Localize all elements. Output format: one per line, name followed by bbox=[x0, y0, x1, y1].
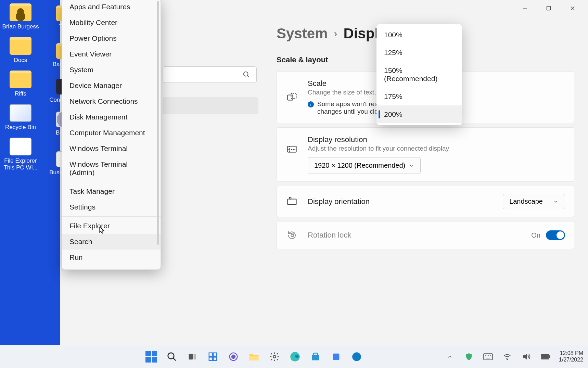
info-icon: i bbox=[308, 101, 314, 107]
winx-shutdown-signout[interactable]: Shut down or sign out › bbox=[62, 268, 161, 270]
svg-rect-21 bbox=[213, 357, 217, 360]
scale-option-125[interactable]: 125% bbox=[376, 44, 462, 62]
app1-button[interactable] bbox=[328, 348, 345, 365]
winx-search[interactable]: Search bbox=[62, 234, 161, 250]
svg-rect-7 bbox=[291, 93, 296, 99]
system-tray: 12:08 PM 1/27/2022 bbox=[441, 348, 585, 365]
svg-rect-19 bbox=[213, 353, 217, 356]
taskbar-center bbox=[143, 348, 365, 365]
rotation-toggle bbox=[546, 230, 565, 240]
tray-overflow-button[interactable] bbox=[441, 348, 458, 365]
resolution-select[interactable]: 1920 × 1200 (Recommended) bbox=[308, 157, 421, 174]
svg-rect-41 bbox=[542, 355, 548, 358]
search-icon bbox=[243, 71, 250, 78]
volume-icon[interactable] bbox=[518, 348, 535, 365]
winx-separator bbox=[62, 182, 161, 182]
resolution-value: 1920 × 1200 (Recommended) bbox=[314, 162, 405, 169]
desktop-icon-docs[interactable]: Docs bbox=[0, 37, 41, 64]
edge-button[interactable] bbox=[286, 348, 304, 365]
minimize-button[interactable] bbox=[513, 1, 537, 15]
rotation-lock-card: Rotation lock On bbox=[277, 221, 574, 249]
svg-point-30 bbox=[352, 352, 361, 361]
store-button[interactable] bbox=[307, 348, 324, 365]
taskbar-search-button[interactable] bbox=[163, 348, 180, 365]
winx-mobility-center[interactable]: Mobility Center bbox=[62, 15, 161, 30]
app2-button[interactable] bbox=[348, 348, 365, 365]
resolution-title: Display resolution bbox=[308, 135, 565, 144]
maximize-button[interactable] bbox=[537, 1, 561, 15]
svg-rect-20 bbox=[209, 357, 213, 360]
svg-line-5 bbox=[247, 76, 249, 77]
scale-option-175[interactable]: 175% bbox=[376, 88, 462, 105]
winx-windows-terminal[interactable]: Windows Terminal bbox=[62, 141, 161, 156]
chat-button[interactable] bbox=[225, 348, 242, 365]
rotation-lock-icon bbox=[286, 229, 298, 241]
keyboard-icon[interactable] bbox=[480, 348, 497, 365]
titlebar-controls bbox=[513, 1, 585, 15]
orientation-select[interactable]: Landscape bbox=[503, 194, 565, 209]
widgets-button[interactable] bbox=[204, 348, 221, 365]
svg-rect-17 bbox=[194, 354, 196, 359]
winx-separator bbox=[62, 267, 161, 267]
svg-rect-24 bbox=[250, 356, 259, 360]
svg-line-15 bbox=[173, 358, 176, 360]
svg-rect-13 bbox=[291, 234, 294, 237]
winx-task-manager[interactable]: Task Manager bbox=[62, 183, 161, 199]
start-button[interactable] bbox=[143, 348, 160, 365]
winx-event-viewer[interactable]: Event Viewer bbox=[62, 46, 161, 62]
winx-computer-management[interactable]: Computer Management bbox=[62, 125, 161, 141]
winx-apps-features[interactable]: Apps and Features bbox=[62, 0, 161, 15]
svg-rect-12 bbox=[290, 197, 291, 199]
orientation-icon bbox=[286, 195, 298, 208]
svg-point-37 bbox=[507, 359, 508, 360]
resolution-icon bbox=[286, 143, 298, 156]
file-explorer-button[interactable] bbox=[245, 348, 263, 365]
winx-power-options[interactable]: Power Options bbox=[62, 30, 161, 46]
winx-network-connections[interactable]: Network Connections bbox=[62, 93, 161, 109]
taskbar: 12:08 PM 1/27/2022 bbox=[0, 345, 588, 368]
close-button[interactable] bbox=[561, 1, 585, 15]
desktop-icon-recyclebin[interactable]: Recycle Bin bbox=[0, 104, 41, 131]
svg-rect-1 bbox=[547, 7, 551, 10]
winx-system[interactable]: System bbox=[62, 62, 161, 78]
task-view-button[interactable] bbox=[184, 348, 201, 365]
battery-icon[interactable] bbox=[537, 348, 554, 365]
svg-point-25 bbox=[273, 355, 276, 358]
settings-search-input[interactable] bbox=[163, 66, 257, 83]
desktop-icon-riffs[interactable]: Riffs bbox=[0, 71, 41, 97]
winx-settings[interactable]: Settings bbox=[62, 199, 161, 215]
winx-menu: Apps and Features Mobility Center Power … bbox=[62, 0, 161, 270]
svg-rect-16 bbox=[189, 354, 193, 359]
winx-disk-management[interactable]: Disk Management bbox=[62, 109, 161, 125]
svg-point-23 bbox=[232, 355, 235, 358]
orientation-card[interactable]: Display orientation Landscape bbox=[277, 186, 574, 217]
desktop-icon-user[interactable]: Brian Burgess bbox=[0, 3, 41, 30]
settings-taskbar-button[interactable] bbox=[266, 348, 283, 365]
svg-rect-8 bbox=[288, 146, 296, 152]
svg-point-4 bbox=[244, 72, 248, 76]
winx-device-manager[interactable]: Device Manager bbox=[62, 78, 161, 93]
scale-option-200[interactable]: 200% bbox=[376, 105, 462, 123]
resolution-card[interactable]: Display resolution Adjust the resolution… bbox=[277, 127, 574, 182]
winx-file-explorer[interactable]: File Explorer bbox=[62, 218, 161, 234]
svg-rect-18 bbox=[209, 353, 213, 356]
winx-run[interactable]: Run bbox=[62, 250, 161, 265]
winx-windows-terminal-admin[interactable]: Windows Terminal (Admin) bbox=[62, 156, 161, 180]
svg-rect-11 bbox=[288, 199, 296, 204]
breadcrumb-parent[interactable]: System bbox=[277, 25, 328, 42]
scale-option-100[interactable]: 100% bbox=[376, 26, 462, 44]
desktop-icon-doc1[interactable]: File Explorer This PC Wi... bbox=[0, 138, 41, 171]
resolution-desc: Adjust the resolution to fit your connec… bbox=[308, 145, 565, 152]
rotation-state-label: On bbox=[531, 231, 540, 239]
chevron-down-icon bbox=[409, 163, 414, 168]
chevron-right-icon: › bbox=[334, 28, 337, 39]
scale-option-150[interactable]: 150% (Recommended) bbox=[376, 62, 462, 88]
sidebar-selected-system[interactable] bbox=[163, 97, 258, 114]
winx-separator bbox=[62, 216, 161, 217]
orientation-title: Display orientation bbox=[308, 197, 370, 206]
security-icon[interactable] bbox=[460, 348, 477, 365]
svg-rect-31 bbox=[484, 354, 493, 360]
taskbar-time: 12:08 PM bbox=[559, 350, 583, 356]
wifi-icon[interactable] bbox=[499, 348, 516, 365]
taskbar-clock[interactable]: 12:08 PM 1/27/2022 bbox=[559, 350, 583, 363]
